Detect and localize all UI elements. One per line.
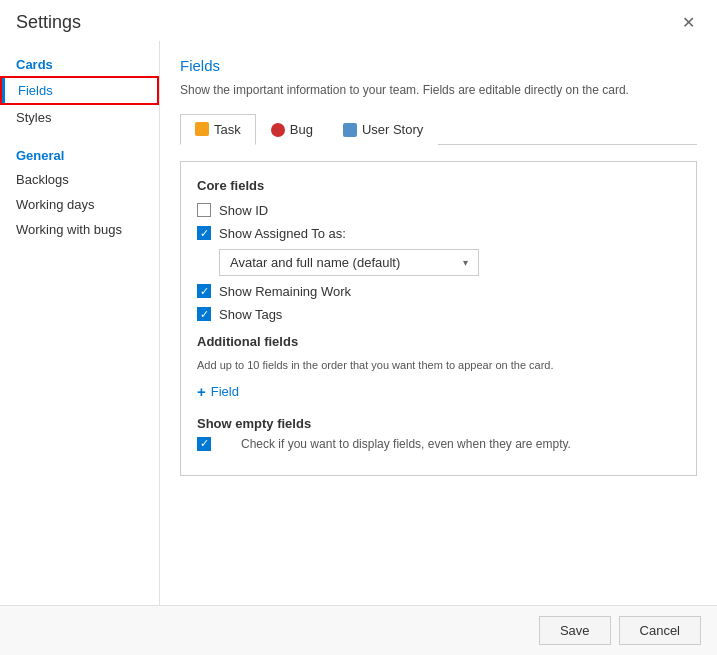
chevron-down-icon: ▾ bbox=[463, 257, 468, 268]
tab-bug[interactable]: Bug bbox=[256, 114, 328, 145]
show-empty-label: Check if you want to display fields, eve… bbox=[241, 437, 571, 451]
assigned-dropdown[interactable]: Avatar and full name (default) ▾ bbox=[219, 249, 479, 276]
show-id-label: Show ID bbox=[219, 203, 268, 218]
tabs-container: Task Bug User Story bbox=[180, 113, 697, 145]
story-icon bbox=[343, 123, 357, 137]
sidebar-item-fields[interactable]: Fields bbox=[0, 76, 159, 105]
additional-fields-section: Additional fields Add up to 10 fields in… bbox=[197, 334, 680, 402]
content-box: Core fields Show ID ✓ Show Assigned To a… bbox=[180, 161, 697, 476]
dialog-body: Cards Fields Styles General Backlogs Wor… bbox=[0, 41, 717, 605]
show-assigned-label: Show Assigned To as: bbox=[219, 226, 346, 241]
task-icon bbox=[195, 122, 209, 136]
show-id-row: Show ID bbox=[197, 203, 680, 218]
show-remaining-checkbox[interactable]: ✓ bbox=[197, 284, 211, 298]
main-content: Fields Show the important information to… bbox=[160, 41, 717, 605]
titlebar: Settings ✕ bbox=[0, 0, 717, 41]
sidebar-item-working-with-bugs[interactable]: Working with bugs bbox=[0, 217, 159, 242]
tab-task-label: Task bbox=[214, 122, 241, 137]
show-remaining-label: Show Remaining Work bbox=[219, 284, 351, 299]
tab-user-story-label: User Story bbox=[362, 122, 423, 137]
section-title: Fields bbox=[180, 57, 697, 74]
cancel-button[interactable]: Cancel bbox=[619, 616, 701, 645]
sidebar-item-backlogs[interactable]: Backlogs bbox=[0, 167, 159, 192]
show-remaining-row: ✓ Show Remaining Work bbox=[197, 284, 680, 299]
sidebar: Cards Fields Styles General Backlogs Wor… bbox=[0, 41, 160, 605]
show-empty-section: Show empty fields ✓ Check if you want to… bbox=[197, 416, 680, 451]
tab-task[interactable]: Task bbox=[180, 114, 256, 145]
sidebar-section-general[interactable]: General bbox=[0, 140, 159, 167]
show-empty-checkbox[interactable]: ✓ bbox=[197, 437, 211, 451]
show-assigned-row: ✓ Show Assigned To as: bbox=[197, 226, 680, 241]
add-field-label: Field bbox=[211, 384, 239, 399]
tab-bug-label: Bug bbox=[290, 122, 313, 137]
show-assigned-checkbox[interactable]: ✓ bbox=[197, 226, 211, 240]
bug-icon bbox=[271, 123, 285, 137]
show-id-checkbox[interactable] bbox=[197, 203, 211, 217]
add-field-button[interactable]: + Field bbox=[197, 381, 239, 402]
show-tags-checkbox[interactable]: ✓ bbox=[197, 307, 211, 321]
tab-user-story[interactable]: User Story bbox=[328, 114, 438, 145]
dropdown-value: Avatar and full name (default) bbox=[230, 255, 400, 270]
dialog-title: Settings bbox=[16, 12, 81, 33]
show-empty-row: ✓ Check if you want to display fields, e… bbox=[197, 437, 680, 451]
sidebar-item-styles[interactable]: Styles bbox=[0, 105, 159, 130]
save-button[interactable]: Save bbox=[539, 616, 611, 645]
section-desc: Show the important information to your t… bbox=[180, 82, 697, 99]
dialog-footer: Save Cancel bbox=[0, 605, 717, 655]
sidebar-item-working-days[interactable]: Working days bbox=[0, 192, 159, 217]
show-empty-title: Show empty fields bbox=[197, 416, 680, 431]
plus-icon: + bbox=[197, 383, 206, 400]
additional-fields-desc: Add up to 10 fields in the order that yo… bbox=[197, 359, 680, 371]
show-tags-row: ✓ Show Tags bbox=[197, 307, 680, 322]
sidebar-section-cards[interactable]: Cards bbox=[0, 49, 159, 76]
show-tags-label: Show Tags bbox=[219, 307, 282, 322]
core-fields-title: Core fields bbox=[197, 178, 680, 193]
close-button[interactable]: ✕ bbox=[676, 13, 701, 33]
additional-fields-title: Additional fields bbox=[197, 334, 680, 349]
settings-dialog: Settings ✕ Cards Fields Styles General B… bbox=[0, 0, 717, 655]
